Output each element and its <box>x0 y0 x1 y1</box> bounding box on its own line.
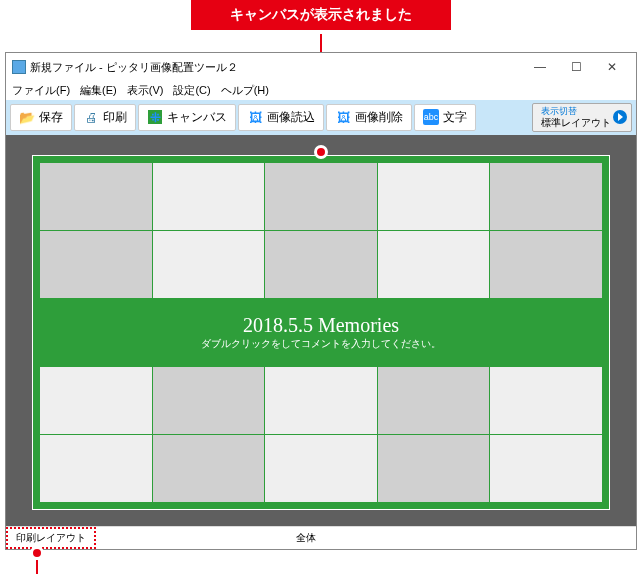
canvas-cell[interactable] <box>40 434 153 502</box>
canvas-title-cell[interactable]: 2018.5.5 Memories ダブルクリックをしてコメントを入力してくださ… <box>40 298 603 366</box>
canvas-button-label: キャンバス <box>167 109 227 126</box>
status-tab-all[interactable]: 全体 <box>96 529 516 547</box>
annotation-callout-top: キャンバスが表示されました <box>191 0 451 30</box>
canvas-grid-icon: ⁜ <box>147 109 163 125</box>
image-load-button[interactable]: 🖼 画像読込 <box>238 104 324 131</box>
menu-view[interactable]: 表示(V) <box>127 83 164 98</box>
printer-icon: 🖨 <box>83 109 99 125</box>
toolbar: 📂 保存 🖨 印刷 ⁜ キャンバス 🖼 画像読込 🖼 画像削除 abc 文字 表… <box>6 100 636 135</box>
image-delete-button[interactable]: 🖼 画像削除 <box>326 104 412 131</box>
canvas-cell[interactable] <box>265 434 378 502</box>
canvas-title-text: 2018.5.5 Memories <box>42 314 600 337</box>
image-remove-icon: 🖼 <box>335 109 351 125</box>
canvas-hint-text: ダブルクリックをしてコメントを入力してください。 <box>42 337 600 351</box>
menu-settings[interactable]: 設定(C) <box>173 83 210 98</box>
canvas-cell[interactable] <box>152 434 265 502</box>
window-title: 新規ファイル - ピッタリ画像配置ツール２ <box>30 60 522 75</box>
image-load-button-label: 画像読込 <box>267 109 315 126</box>
canvas-cell[interactable] <box>265 366 378 434</box>
print-button[interactable]: 🖨 印刷 <box>74 104 136 131</box>
canvas-cell[interactable] <box>490 162 603 230</box>
canvas-cell[interactable] <box>40 366 153 434</box>
canvas-cell[interactable] <box>377 162 490 230</box>
canvas-cell[interactable] <box>265 162 378 230</box>
canvas-cell[interactable] <box>265 230 378 298</box>
annotation-marker-canvas <box>314 145 328 159</box>
maximize-button[interactable]: ☐ <box>558 57 594 77</box>
image-delete-button-label: 画像削除 <box>355 109 403 126</box>
layout-toggle-value: 標準レイアウト <box>541 117 611 128</box>
close-button[interactable]: ✕ <box>594 57 630 77</box>
app-icon <box>12 60 26 74</box>
menubar: ファイル(F) 編集(E) 表示(V) 設定(C) ヘルプ(H) <box>6 81 636 100</box>
canvas-cell[interactable] <box>490 366 603 434</box>
canvas-cell[interactable] <box>377 434 490 502</box>
canvas-area[interactable]: 2018.5.5 Memories ダブルクリックをしてコメントを入力してくださ… <box>32 155 610 510</box>
menu-edit[interactable]: 編集(E) <box>80 83 117 98</box>
minimize-button[interactable]: — <box>522 57 558 77</box>
canvas-grid: 2018.5.5 Memories ダブルクリックをしてコメントを入力してくださ… <box>39 162 603 503</box>
workarea: 2018.5.5 Memories ダブルクリックをしてコメントを入力してくださ… <box>6 135 636 526</box>
menu-file[interactable]: ファイル(F) <box>12 83 70 98</box>
canvas-cell[interactable] <box>152 162 265 230</box>
canvas-cell[interactable] <box>40 230 153 298</box>
layout-toggle-button[interactable]: 表示切替 標準レイアウト <box>532 103 632 132</box>
annotation-leader-line <box>320 34 322 52</box>
canvas-cell[interactable] <box>152 366 265 434</box>
canvas-cell[interactable] <box>152 230 265 298</box>
canvas-cell[interactable] <box>377 366 490 434</box>
titlebar: 新規ファイル - ピッタリ画像配置ツール２ — ☐ ✕ <box>6 53 636 81</box>
image-add-icon: 🖼 <box>247 109 263 125</box>
canvas-cell[interactable] <box>377 230 490 298</box>
canvas-cell[interactable] <box>490 434 603 502</box>
text-icon: abc <box>423 109 439 125</box>
status-tab-print-layout[interactable]: 印刷レイアウト <box>6 527 96 549</box>
print-button-label: 印刷 <box>103 109 127 126</box>
save-button-label: 保存 <box>39 109 63 126</box>
canvas-cell[interactable] <box>490 230 603 298</box>
folder-open-icon: 📂 <box>19 109 35 125</box>
play-arrow-icon <box>613 110 627 124</box>
text-button[interactable]: abc 文字 <box>414 104 476 131</box>
layout-toggle-label: 表示切替 <box>541 106 611 117</box>
menu-help[interactable]: ヘルプ(H) <box>221 83 269 98</box>
text-button-label: 文字 <box>443 109 467 126</box>
app-window: 新規ファイル - ピッタリ画像配置ツール２ — ☐ ✕ ファイル(F) 編集(E… <box>5 52 637 550</box>
canvas-cell[interactable] <box>40 162 153 230</box>
save-button[interactable]: 📂 保存 <box>10 104 72 131</box>
annotation-callout-bottom <box>36 546 642 574</box>
canvas-button[interactable]: ⁜ キャンバス <box>138 104 236 131</box>
